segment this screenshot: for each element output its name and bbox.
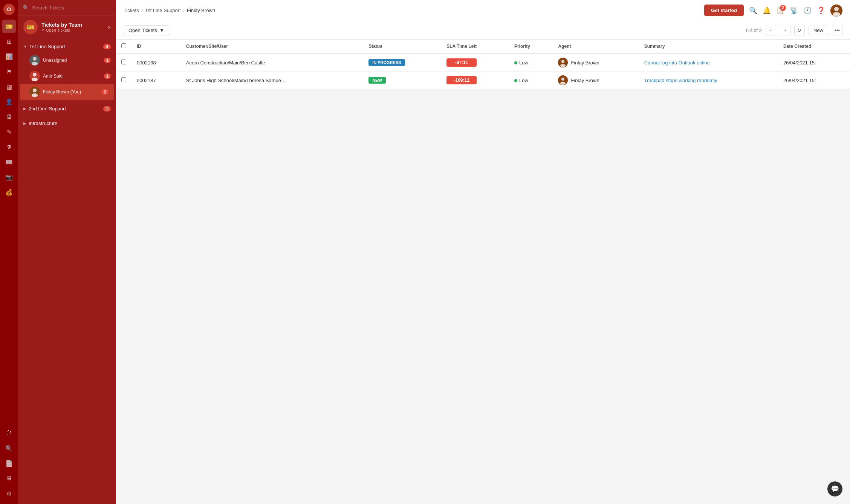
nav-screen[interactable]: 🖥 xyxy=(2,472,16,485)
summary-link-0[interactable]: Cannot log into Outlook online xyxy=(644,60,710,66)
svg-point-5 xyxy=(32,93,38,97)
sidebar-team-2nd-line-support[interactable]: ▶ 2nd Line Support 1 xyxy=(18,103,116,115)
sidebar-team-infrastructure[interactable]: ▶ Infrastructure xyxy=(18,118,116,129)
app-logo[interactable]: O xyxy=(3,4,15,15)
breadcrumb-1st-line[interactable]: 1st Line Support xyxy=(145,8,181,13)
svg-point-0 xyxy=(33,57,37,61)
notifications-icon[interactable]: 🔔 xyxy=(763,6,771,15)
row-status-1: NEW xyxy=(363,72,441,89)
sidebar-agent-finlay-brown[interactable]: Finlay Brown (You) 2 xyxy=(20,84,114,100)
pagination-prev-button[interactable]: ‹ xyxy=(766,25,776,35)
pagination-next-button[interactable]: › xyxy=(780,25,790,35)
amir-said-avatar xyxy=(29,71,40,81)
sidebar-agent-amir-said[interactable]: Amir Said 1 xyxy=(18,68,116,84)
nav-dashboard[interactable]: ⊞ xyxy=(2,35,16,48)
sidebar-agent-unassigned[interactable]: Unassigned 1 xyxy=(18,52,116,68)
ticket-table: ID Customer/Site/User Status SLA Time Le… xyxy=(116,40,850,89)
team-name-2nd: 2nd Line Support xyxy=(29,106,101,111)
more-options-button[interactable]: ••• xyxy=(832,25,842,35)
row-checkbox-0 xyxy=(116,53,131,72)
svg-point-4 xyxy=(33,89,37,92)
finlay-brown-name: Finlay Brown (You) xyxy=(43,89,99,95)
nav-clock[interactable]: ⏱ xyxy=(2,426,16,440)
sidebar-header-avatar: 🎫 xyxy=(23,20,38,34)
svg-point-3 xyxy=(32,78,38,81)
svg-point-14 xyxy=(560,82,566,85)
nav-charts[interactable]: 📊 xyxy=(2,50,16,63)
agent-name-1: Finlay Brown xyxy=(571,78,599,83)
table-row[interactable]: 0002188 Acorn Construction/Main/Ben Cast… xyxy=(116,53,850,72)
col-agent: Agent xyxy=(553,40,639,53)
sidebar-subtitle[interactable]: Open Tickets xyxy=(41,28,104,32)
nav-edit[interactable]: ✎ xyxy=(2,125,16,139)
search-input[interactable] xyxy=(32,5,112,11)
sidebar: 🔍 🎫 Tickets by Team Open Tickets « ▼ 1st… xyxy=(18,0,116,504)
nav-lab[interactable]: ⚗ xyxy=(2,140,16,154)
pagination-info: 1-2 of 2 xyxy=(745,27,762,33)
sidebar-section-2nd-line: ▶ 2nd Line Support 1 xyxy=(18,101,116,116)
row-date-0: 26/04/2021 15: xyxy=(778,53,850,72)
nav-camera[interactable]: 📷 xyxy=(2,170,16,184)
history-icon[interactable]: 🕐 xyxy=(803,6,812,15)
row-select-0[interactable] xyxy=(121,60,126,64)
row-priority-1: Low xyxy=(509,72,553,89)
chevron-right-icon: ▶ xyxy=(23,107,26,111)
row-summary-1[interactable]: Trackpad stops working randomly xyxy=(639,72,778,89)
row-agent-1: Finlay Brown xyxy=(553,72,639,89)
search-topbar-icon[interactable]: 🔍 xyxy=(749,6,757,15)
sidebar-header: 🎫 Tickets by Team Open Tickets « xyxy=(18,15,116,39)
priority-dot-0 xyxy=(514,61,517,64)
sidebar-title: Tickets by Team xyxy=(41,22,104,28)
status-badge-1: NEW xyxy=(368,77,386,84)
table-row[interactable]: 0002187 St Johns High School/Main/Theres… xyxy=(116,72,850,89)
row-priority-0: Low xyxy=(509,53,553,72)
sidebar-section-1st-line: ▼ 1st Line Support 4 Unassigned 1 Amir S… xyxy=(18,39,116,101)
feed-icon[interactable]: 📡 xyxy=(790,6,798,15)
agent-cell-1: Finlay Brown xyxy=(558,75,633,85)
select-all-checkbox[interactable] xyxy=(121,43,126,48)
col-status: Status xyxy=(363,40,441,53)
nav-tickets[interactable]: 🎫 xyxy=(2,20,16,33)
status-badge-0: IN PROGRESS xyxy=(368,59,405,66)
nav-calendar[interactable]: ▦ xyxy=(2,80,16,93)
get-started-button[interactable]: Get started xyxy=(704,5,744,16)
nav-report[interactable]: 📄 xyxy=(2,457,16,470)
row-status-0: IN PROGRESS xyxy=(363,53,441,72)
calendar-topbar-icon[interactable]: 📋 2 xyxy=(776,6,784,15)
help-icon[interactable]: ❓ xyxy=(817,6,825,15)
row-sla-0: -97:11 xyxy=(441,53,509,72)
row-summary-0[interactable]: Cannot log into Outlook online xyxy=(639,53,778,72)
svg-point-11 xyxy=(560,64,566,67)
nav-flag[interactable]: ⚑ xyxy=(2,65,16,78)
unassigned-avatar xyxy=(29,55,40,66)
nav-book[interactable]: 📖 xyxy=(2,155,16,169)
chevron-right-infra-icon: ▶ xyxy=(23,121,26,125)
open-tickets-filter[interactable]: Open Tickets ▼ xyxy=(124,25,169,35)
user-avatar[interactable] xyxy=(830,5,842,17)
row-id-1: 0002187 xyxy=(131,72,181,89)
row-id-0: 0002188 xyxy=(131,53,181,72)
sidebar-collapse-button[interactable]: « xyxy=(107,24,111,31)
row-select-1[interactable] xyxy=(121,77,126,82)
nav-settings[interactable]: ⚙ xyxy=(2,487,16,500)
row-agent-0: Finlay Brown xyxy=(553,53,639,72)
nav-monitor[interactable]: 🖥 xyxy=(2,110,16,124)
nav-search[interactable]: 🔍 xyxy=(2,441,16,455)
sidebar-section-infrastructure: ▶ Infrastructure xyxy=(18,116,116,131)
refresh-button[interactable]: ↻ xyxy=(794,25,805,35)
amir-said-badge: 1 xyxy=(104,73,111,79)
nav-contacts[interactable]: 👤 xyxy=(2,95,16,108)
row-sla-1: -109:11 xyxy=(441,72,509,89)
col-sla: SLA Time Left xyxy=(441,40,509,53)
content-area: Open Tickets ▼ 1-2 of 2 ‹ › ↻ New ••• ID… xyxy=(116,21,850,504)
sidebar-search-icon: 🔍 xyxy=(23,5,29,11)
breadcrumb-tickets[interactable]: Tickets xyxy=(124,8,139,13)
new-ticket-button[interactable]: New xyxy=(809,26,828,35)
summary-link-1[interactable]: Trackpad stops working randomly xyxy=(644,78,717,83)
calendar-badge: 2 xyxy=(780,5,786,11)
sidebar-team-1st-line-support[interactable]: ▼ 1st Line Support 4 xyxy=(18,41,116,52)
svg-point-10 xyxy=(561,60,564,63)
nav-billing[interactable]: 💰 xyxy=(2,185,16,199)
sidebar-header-text: Tickets by Team Open Tickets xyxy=(41,22,104,32)
chat-bubble[interactable]: 💬 xyxy=(827,481,842,496)
